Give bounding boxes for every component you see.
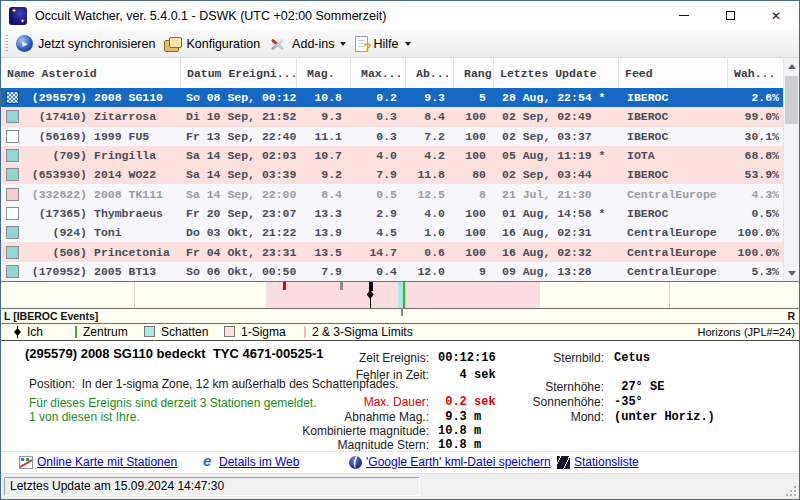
link-label[interactable]: Online Karte mit Stationen <box>37 455 177 469</box>
timeline-left-label: L [IBEROC Events] <box>4 310 98 322</box>
row-checkbox[interactable] <box>6 149 19 162</box>
minimize-button[interactable] <box>661 1 707 30</box>
scroll-down-button[interactable] <box>784 265 799 281</box>
table-row[interactable]: (924)ToniDo 03 Okt, 21:2213.94.51.010016… <box>1 223 783 242</box>
table-row[interactable]: (709)FringillaSa 14 Sep, 02:0310.74.04.2… <box>1 146 783 165</box>
table-row[interactable]: (653930)2014 WO22Sa 14 Sep, 03:399.27.91… <box>1 165 783 184</box>
field-value: 4 sek <box>438 368 496 382</box>
cell-letztes: 09 Aug, 13:28 <box>494 265 619 278</box>
cell-ab: 0.6 <box>406 246 454 259</box>
window-title: Occult Watcher, ver. 5.4.0.1 - DSWK (UTC… <box>35 9 386 23</box>
table-row[interactable]: (332622)2008 TK111Sa 14 Sep, 22:008.40.5… <box>1 184 783 203</box>
limit-line-marker <box>134 282 135 308</box>
column-header-name[interactable]: Name Asteroid <box>1 58 181 88</box>
scroll-up-button[interactable] <box>784 58 799 74</box>
resize-grip[interactable] <box>784 484 796 496</box>
cell-max: 14.7 <box>351 246 406 259</box>
app-window: Occult Watcher, ver. 5.4.0.1 - DSWK (UTC… <box>0 0 800 500</box>
asteroid-name: Toni <box>94 226 122 239</box>
ich-marker-icon <box>17 326 18 338</box>
table-row[interactable]: (56169)1999 FU5Fr 13 Sep, 22:4011.10.37.… <box>1 127 783 146</box>
field-value: (unter Horiz.) <box>614 410 715 424</box>
addins-menu-button[interactable]: Add-ins <box>266 32 352 56</box>
row-checkbox[interactable] <box>6 226 19 239</box>
column-header-datum[interactable]: Datum Ereigni... <box>181 58 297 88</box>
toolbar-grip[interactable] <box>5 35 8 53</box>
row-checkbox[interactable] <box>6 130 19 143</box>
vertical-scrollbar[interactable] <box>783 58 799 281</box>
cell-rang: 100 <box>454 246 494 259</box>
cell-rang: 9 <box>454 265 494 278</box>
cell-rang: 8 <box>454 188 494 201</box>
field-label: Zeit Ereignis: <box>359 351 429 365</box>
asteroid-number: (924) <box>27 226 87 239</box>
field-value: Cetus <box>614 351 650 365</box>
column-header-ab[interactable]: Ab... <box>406 58 454 88</box>
cell-name: (295579)2008 SG110 <box>27 91 181 104</box>
sync-label: Jetzt synchronisieren <box>38 37 155 51</box>
column-header-wah[interactable]: Wah... <box>728 58 785 88</box>
column-header-feed[interactable]: Feed <box>619 58 728 88</box>
link-label[interactable]: 'Google Earth' kml-Datei speichern <box>366 455 551 469</box>
link-label[interactable]: Details im Web <box>219 455 299 469</box>
triangle-down-icon <box>788 271 796 276</box>
cell-wah: 53.9% <box>728 168 785 181</box>
asteroid-number: (508) <box>27 246 87 259</box>
help-menu-button[interactable]: Hilfe <box>352 32 416 56</box>
link-label[interactable]: Stationsliste <box>574 455 639 469</box>
google-earth-kml-link[interactable]: 'Google Earth' kml-Datei speichern <box>349 455 551 469</box>
event-list: Name Asteroid Datum Ereigni... Mag. Max.… <box>1 58 799 281</box>
row-checkbox[interactable] <box>6 168 19 181</box>
timeline-plot[interactable] <box>1 281 799 309</box>
asteroid-name: 2005 BT13 <box>94 265 156 278</box>
asteroid-number: (17410) <box>27 110 87 123</box>
toolbar: Jetzt synchronisieren Konfiguration Add-… <box>1 30 799 58</box>
red-tick-marker <box>283 282 286 290</box>
column-header-max[interactable]: Max... <box>351 58 406 88</box>
scrollbar-thumb[interactable] <box>785 76 798 124</box>
cell-check <box>1 262 27 281</box>
row-checkbox[interactable] <box>6 246 19 259</box>
close-icon: ✕ <box>771 10 781 22</box>
sync-button[interactable]: Jetzt synchronisieren <box>13 32 161 56</box>
cell-ab: 4.0 <box>406 207 454 220</box>
row-checkbox[interactable] <box>6 91 19 104</box>
cell-feed: CentralEurope <box>619 265 728 278</box>
column-header-rang[interactable]: Rang <box>454 58 494 88</box>
field-label: Abnahme Mag.: <box>344 410 429 424</box>
asteroid-name: 2008 TK111 <box>94 188 163 201</box>
row-checkbox[interactable] <box>6 188 19 201</box>
table-row[interactable]: (17410)ZitarrosaDi 10 Sep, 21:529.30.38.… <box>1 107 783 126</box>
table-row[interactable]: (17365)ThymbraeusFr 20 Sep, 23:0713.32.9… <box>1 204 783 223</box>
station-list-link[interactable]: Stationsliste <box>557 455 639 469</box>
online-map-link[interactable]: Online Karte mit Stationen <box>19 455 177 469</box>
table-row[interactable]: (170952)2005 BT13So 06 Okt, 00:507.90.41… <box>1 262 783 281</box>
legend-zentrum-label: Zentrum <box>83 325 128 339</box>
table-row[interactable]: (295579)2008 SG110So 08 Sep, 00:1210.80.… <box>1 88 783 107</box>
table-row[interactable]: (508)PrincetoniaFr 04 Okt, 23:3113.514.7… <box>1 242 783 261</box>
cell-ab: 12.0 <box>406 265 454 278</box>
addins-label: Add-ins <box>292 37 334 51</box>
asteroid-name: Thymbraeus <box>94 207 163 220</box>
title-bar: Occult Watcher, ver. 5.4.0.1 - DSWK (UTC… <box>1 1 799 30</box>
maximize-button[interactable] <box>707 1 753 30</box>
field-value: 9.3 m <box>438 410 481 424</box>
cell-datum: So 06 Okt, 00:50 <box>181 265 297 278</box>
cell-name: (56169)1999 FU5 <box>27 130 181 143</box>
configuration-button[interactable]: Konfiguration <box>161 32 266 56</box>
row-checkbox[interactable] <box>6 207 19 220</box>
web-details-link[interactable]: Details im Web <box>201 455 299 469</box>
column-header-mag[interactable]: Mag. <box>297 58 351 88</box>
row-checkbox[interactable] <box>6 265 19 278</box>
cell-wah: 100.0% <box>728 226 785 239</box>
close-button[interactable]: ✕ <box>753 1 799 30</box>
column-header-letztes[interactable]: Letztes Update <box>494 58 619 88</box>
cell-wah: 0.5% <box>728 207 785 220</box>
cell-max: 4.5 <box>351 226 406 239</box>
cell-rang: 100 <box>454 149 494 162</box>
row-checkbox[interactable] <box>6 110 19 123</box>
field-label: Sonnenhöhe: <box>533 395 604 409</box>
cell-datum: Sa 14 Sep, 22:00 <box>181 188 297 201</box>
event-rows: (295579)2008 SG110So 08 Sep, 00:1210.80.… <box>1 88 783 281</box>
cell-feed: IBEROC <box>619 207 728 220</box>
